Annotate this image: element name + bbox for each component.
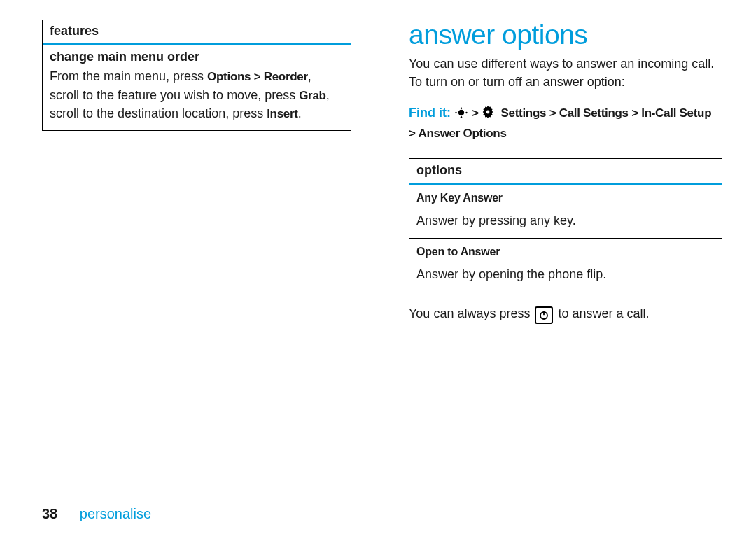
feature-row-title: change main menu order <box>43 45 351 67</box>
sep: > <box>546 106 559 120</box>
options-header-label: options <box>416 163 462 177</box>
option-desc: Answer by pressing any key. <box>416 213 576 227</box>
after-text: You can always press <box>409 306 533 320</box>
option-row: Open to Answer Answer by opening the pho… <box>410 239 722 292</box>
svg-point-0 <box>458 110 464 115</box>
svg-rect-7 <box>544 311 545 315</box>
options-table-header: options <box>410 159 722 185</box>
intro-text: You can use different ways to answer an … <box>409 55 722 91</box>
left-column: features change main menu order From the… <box>0 0 378 536</box>
svg-point-2 <box>465 112 467 113</box>
option-title: Open to Answer <box>416 244 715 261</box>
keyword-reorder: Reorder <box>264 70 308 83</box>
svg-point-4 <box>461 116 462 118</box>
option-row: Any Key Answer Answer by pressing any ke… <box>410 185 722 239</box>
footer-section-label: personalise <box>80 506 151 521</box>
feature-row-description: From the main menu, press Options > Reor… <box>43 67 351 130</box>
svg-point-1 <box>455 112 456 113</box>
keyword-grab: Grab <box>299 89 326 102</box>
intro-line: You can use different ways to answer an … <box>409 57 714 71</box>
breadcrumb-incall-setup: In-Call Setup <box>641 106 711 120</box>
manual-page: features change main menu order From the… <box>0 0 756 536</box>
features-table-header: features <box>43 20 351 45</box>
intro-line: To turn on or turn off an answer option: <box>409 75 625 89</box>
section-title: answer options <box>409 20 722 50</box>
send-key-icon <box>535 306 553 324</box>
settings-gear-icon <box>482 105 494 124</box>
sep: > <box>472 106 482 120</box>
keyword-options: Options <box>207 70 251 83</box>
options-table: options Any Key Answer Answer by pressin… <box>409 158 722 292</box>
after-text: to answer a call. <box>558 306 649 320</box>
keyword-insert: Insert <box>267 107 298 120</box>
sep: > <box>409 127 418 140</box>
sep: > <box>251 70 263 83</box>
nav-center-icon <box>454 105 468 124</box>
features-table: features change main menu order From the… <box>42 20 351 131</box>
page-footer: 38 personalise <box>42 506 151 522</box>
right-column: answer options You can use different way… <box>378 0 756 536</box>
desc-text: . <box>298 106 302 120</box>
find-it-label: Find it: <box>409 106 451 120</box>
desc-text: From the main menu, press <box>50 69 207 83</box>
page-number: 38 <box>42 506 57 521</box>
option-title: Any Key Answer <box>416 190 715 207</box>
breadcrumb-answer-options: Answer Options <box>418 127 506 140</box>
svg-point-3 <box>461 108 462 109</box>
features-header-label: features <box>50 24 99 38</box>
svg-point-5 <box>486 111 490 114</box>
sep: > <box>629 106 641 120</box>
find-it-path: Find it: > Settings > Call Settings > In… <box>409 104 722 143</box>
breadcrumb-call-settings: Call Settings <box>559 106 629 120</box>
after-note: You can always press to answer a call. <box>409 305 722 325</box>
option-desc: Answer by opening the phone flip. <box>416 267 606 281</box>
breadcrumb-settings: Settings <box>498 106 546 120</box>
